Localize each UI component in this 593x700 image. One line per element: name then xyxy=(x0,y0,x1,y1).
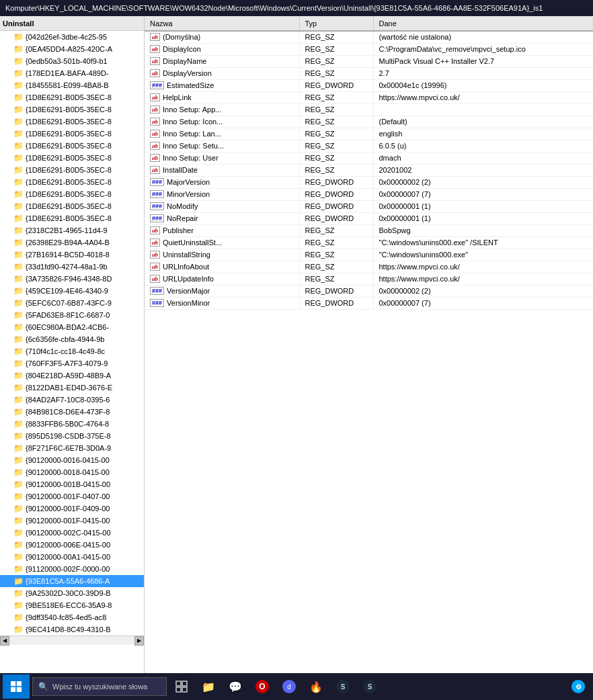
tree-item[interactable]: 📁{9EC414D8-8C49-4310-B xyxy=(0,623,144,636)
table-row[interactable]: abInno Setup: App...REG_SZ xyxy=(145,103,593,116)
tree-container[interactable]: 📁{042d26ef-3dbe-4c25-95📁{0EA45DD4-A825-4… xyxy=(0,31,144,636)
table-row[interactable]: abDisplayVersionREG_SZ2.7 xyxy=(145,67,593,79)
table-row[interactable]: ###VersionMinorREG_DWORD0x00000007 (7) xyxy=(145,297,593,309)
cell-name: ###NoRepair xyxy=(145,212,299,224)
table-row[interactable]: ###MinorVersionREG_DWORD0x00000007 (7) xyxy=(145,188,593,200)
tree-item[interactable]: 📁{804E218D-A59D-48B9-A xyxy=(0,369,144,382)
tree-item[interactable]: 📁{042d26ef-3dbe-4c25-95 xyxy=(0,31,144,43)
tree-item[interactable]: 📁{1D8E6291-B0D5-35EC-8 xyxy=(0,164,144,176)
tree-item[interactable]: 📁{90120000-001B-0415-00 xyxy=(0,478,144,490)
system-tray-icon[interactable]: ⚙ xyxy=(566,674,590,699)
tree-item[interactable]: 📁{1D8E6291-B0D5-35EC-8 xyxy=(0,91,144,103)
tree-item[interactable]: 📁{90120000-0018-0415-00 xyxy=(0,466,144,478)
scroll-left[interactable]: ◀ xyxy=(0,636,9,646)
table-row[interactable]: abPublisherREG_SZBobSpwg xyxy=(145,224,593,236)
table-row[interactable]: ###EstimatedSizeREG_DWORD0x00004e1c (199… xyxy=(145,79,593,91)
tree-item[interactable]: 📁{1D8E6291-B0D5-35EC-8 xyxy=(0,116,144,128)
file-explorer-button[interactable]: 📁 xyxy=(196,674,221,699)
tree-panel[interactable]: Uninstall 📁{042d26ef-3dbe-4c25-95📁{0EA45… xyxy=(0,16,145,673)
table-row[interactable]: ###VersionMajorREG_DWORD0x00000002 (2) xyxy=(145,285,593,297)
tree-item[interactable]: 📁{84B981C8-D6E4-473F-8 xyxy=(0,406,144,418)
taskbar-search-bar[interactable]: 🔍 Wpisz tu wyszukiwane słowa xyxy=(32,677,167,696)
tree-item[interactable]: 📁{1D8E6291-B0D5-35EC-8 xyxy=(0,188,144,200)
flame-button[interactable]: 🔥 xyxy=(304,674,328,699)
red-app-button[interactable]: O xyxy=(250,674,274,699)
table-row[interactable]: ab(Domyślna)REG_SZ(wartość nie ustalona) xyxy=(145,31,593,43)
tree-item[interactable]: 📁{0edb50a3-501b-40f9-b1 xyxy=(0,55,144,67)
table-row[interactable]: abURLUpdateInfoREG_SZhttps://www.mpvci.c… xyxy=(145,273,593,285)
chat-icon-button[interactable]: 💬 xyxy=(223,674,247,699)
task-view-button[interactable] xyxy=(169,674,194,699)
search-icon: 🔍 xyxy=(38,682,48,691)
tree-item[interactable]: 📁{9dff3540-fc85-4ed5-ac8 xyxy=(0,611,144,623)
tree-item-label: {9dff3540-fc85-4ed5-ac8 xyxy=(26,613,106,621)
tree-item[interactable]: 📁{1D8E6291-B0D5-35EC-8 xyxy=(0,176,144,188)
tree-item[interactable]: 📁{459CE109-4E46-4340-9 xyxy=(0,285,144,297)
steam2-button[interactable]: S xyxy=(358,674,382,699)
tree-item[interactable]: 📁{1D8E6291-B0D5-35EC-8 xyxy=(0,152,144,164)
tree-item[interactable]: 📁{1D8E6291-B0D5-35EC-8 xyxy=(0,200,144,212)
tree-item[interactable]: 📁{178ED1EA-BAFA-489D- xyxy=(0,67,144,79)
tree-item[interactable]: 📁{6c6356fe-cbfa-4944-9b xyxy=(0,333,144,345)
tree-item[interactable]: 📁{5FAD63E8-8F1C-6687-0 xyxy=(0,309,144,321)
table-row[interactable]: ###NoRepairREG_DWORD0x00000001 (1) xyxy=(145,212,593,224)
tree-item[interactable]: 📁{90120000-00A1-0415-00 xyxy=(0,551,144,563)
tree-item[interactable]: 📁{9BE518E6-ECC6-35A9-8 xyxy=(0,599,144,611)
tree-item[interactable]: 📁{895D5198-C5DB-375E-8 xyxy=(0,430,144,442)
cell-type: REG_DWORD xyxy=(299,188,373,200)
tree-item[interactable]: 📁{1D8E6291-B0D5-35EC-8 xyxy=(0,140,144,152)
tree-item[interactable]: 📁{60EC980A-BDA2-4CB6- xyxy=(0,321,144,333)
tree-item[interactable]: 📁{90120000-001F-0415-00 xyxy=(0,515,144,527)
folder-icon: 📁 xyxy=(13,335,24,344)
tree-item[interactable]: 📁{26398E29-B94A-4A04-B xyxy=(0,236,144,249)
tree-item[interactable]: 📁{90120000-0016-0415-00 xyxy=(0,454,144,466)
table-row[interactable]: abDisplayNameREG_SZMultiPack Visual C++ … xyxy=(145,55,593,67)
tree-item[interactable]: 📁{0EA45DD4-A825-420C-A xyxy=(0,43,144,55)
tree-item[interactable]: 📁{9A25302D-30C0-39D9-B xyxy=(0,587,144,599)
table-row[interactable]: abDisplayIconREG_SZC:\ProgramData\vc_rem… xyxy=(145,43,593,55)
registry-tbody[interactable]: ab(Domyślna)REG_SZ(wartość nie ustalona)… xyxy=(145,31,593,309)
table-row[interactable]: abInno Setup: Setu...REG_SZ6.0.5 (u) xyxy=(145,140,593,152)
tree-item[interactable]: 📁{8833FFB6-5B0C-4764-8 xyxy=(0,418,144,430)
tree-item[interactable]: 📁{2318C2B1-4965-11d4-9 xyxy=(0,224,144,236)
table-row[interactable]: abURLInfoAboutREG_SZhttps://www.mpvci.co… xyxy=(145,261,593,273)
tree-item[interactable]: 📁{33d1fd90-4274-48a1-9b xyxy=(0,261,144,273)
start-button[interactable] xyxy=(3,674,30,699)
ab-icon: ab xyxy=(150,118,160,126)
steam-button[interactable]: S xyxy=(331,674,355,699)
table-row[interactable]: abUninstallStringREG_SZ"C:\windows\unins… xyxy=(145,249,593,261)
table-row[interactable]: abInstallDateREG_SZ20201002 xyxy=(145,164,593,176)
col-header-typ[interactable]: Typ xyxy=(299,16,373,31)
col-header-dane[interactable]: Dane xyxy=(373,16,593,31)
tree-item[interactable]: 📁{1D8E6291-B0D5-35EC-8 xyxy=(0,103,144,116)
tree-item[interactable]: 📁{91120000-002F-0000-00 xyxy=(0,563,144,575)
tree-item[interactable]: 📁{93E81C5A-55A6-4686-A xyxy=(0,575,144,587)
tree-item[interactable]: 📁{90120000-001F-0407-00 xyxy=(0,490,144,502)
scroll-right[interactable]: ▶ xyxy=(134,636,144,646)
tree-item[interactable]: 📁{710f4c1c-cc18-4c49-8c xyxy=(0,345,144,357)
table-row[interactable]: abInno Setup: Icon...REG_SZ(Default) xyxy=(145,116,593,128)
tree-item[interactable]: 📁{90120000-006E-0415-00 xyxy=(0,539,144,551)
table-row[interactable]: abInno Setup: Lan...REG_SZenglish xyxy=(145,128,593,140)
table-row[interactable]: abHelpLinkREG_SZhttps://www.mpvci.co.uk/ xyxy=(145,91,593,103)
tree-item[interactable]: 📁{90120000-002C-0415-00 xyxy=(0,527,144,539)
tree-item[interactable]: 📁{760FF3F5-A7F3-4079-9 xyxy=(0,357,144,369)
table-row[interactable]: ###MajorVersionREG_DWORD0x00000002 (2) xyxy=(145,176,593,188)
tree-item[interactable]: 📁{84AD2AF7-10C8-0395-6 xyxy=(0,394,144,406)
tree-item[interactable]: 📁{1D8E6291-B0D5-35EC-8 xyxy=(0,212,144,224)
table-row[interactable]: abInno Setup: UserREG_SZdmach xyxy=(145,152,593,164)
tree-item[interactable]: 📁{8122DAB1-ED4D-3676-E xyxy=(0,382,144,394)
tree-item[interactable]: 📁{8F271F6C-6E7B-3D0A-9 xyxy=(0,442,144,454)
tree-item[interactable]: 📁{1D8E6291-B0D5-35EC-8 xyxy=(0,128,144,140)
tree-item[interactable]: 📁{90120000-001F-0409-00 xyxy=(0,502,144,515)
col-header-nazwa[interactable]: Nazwa xyxy=(145,16,299,31)
tree-item-label: {84B981C8-D6E4-473F-8 xyxy=(26,408,110,416)
tree-item[interactable]: 📁{18455581-E099-4BA8-B xyxy=(0,79,144,91)
table-row[interactable]: ###NoModifyREG_DWORD0x00000001 (1) xyxy=(145,200,593,212)
tree-item[interactable]: 📁{27B16914-BC5D-4018-8 xyxy=(0,249,144,261)
tree-item[interactable]: 📁{5EFC6C07-6B87-43FC-9 xyxy=(0,297,144,309)
discord-button[interactable]: d xyxy=(277,674,301,699)
registry-table[interactable]: Nazwa Typ Dane ab(Domyślna)REG_SZ(wartoś… xyxy=(145,16,593,673)
table-row[interactable]: abQuietUninstallSt...REG_SZ"C:\windows\u… xyxy=(145,236,593,249)
tree-item[interactable]: 📁{3A735826-F946-4348-8D xyxy=(0,273,144,285)
